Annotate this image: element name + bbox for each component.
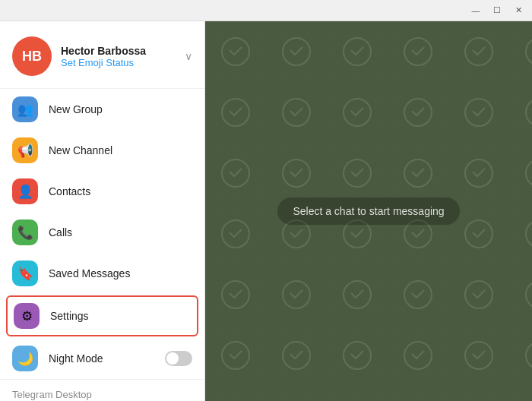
night-mode-icon: 🌙	[12, 346, 38, 371]
settings-icon: ⚙	[14, 303, 40, 329]
new-channel-label: New Channel	[49, 144, 112, 156]
contacts-label: Contacts	[49, 185, 90, 197]
calls-icon: 📞	[12, 219, 38, 245]
profile-info: Hector Barbossa Set Emoji Status	[61, 45, 176, 68]
close-button[interactable]: ✕	[508, 3, 529, 18]
night-mode-label: Night Mode	[49, 352, 103, 365]
new-channel-icon: 📢	[12, 137, 38, 163]
main-container: HB Hector Barbossa Set Emoji Status ∨ 👥 …	[0, 21, 532, 401]
sidebar: HB Hector Barbossa Set Emoji Status ∨ 👥 …	[0, 21, 205, 401]
sidebar-item-calls[interactable]: 📞 Calls	[0, 212, 204, 253]
menu-list: 👥 New Group 📢 New Channel 👤 Contacts 📞 C…	[0, 89, 204, 379]
emoji-status-link[interactable]: Set Emoji Status	[61, 57, 176, 68]
sidebar-item-contacts[interactable]: 👤 Contacts	[0, 171, 204, 212]
saved-messages-icon: 🔖	[12, 260, 38, 286]
titlebar: — ☐ ✕	[0, 0, 532, 21]
sidebar-item-settings[interactable]: ⚙ Settings	[6, 295, 198, 336]
saved-messages-label: Saved Messages	[49, 267, 130, 279]
profile-name: Hector Barbossa	[61, 45, 176, 57]
sidebar-item-new-channel[interactable]: 📢 New Channel	[0, 130, 204, 171]
app-name: Telegram Desktop	[12, 389, 192, 400]
avatar: HB	[12, 36, 52, 76]
sidebar-item-saved-messages[interactable]: 🔖 Saved Messages	[0, 253, 204, 294]
settings-label: Settings	[50, 310, 89, 322]
sidebar-footer: Telegram Desktop version 4.8.1 (64bit)	[0, 379, 204, 401]
sidebar-item-new-group[interactable]: 👥 New Group	[0, 89, 204, 130]
profile-section[interactable]: HB Hector Barbossa Set Emoji Status ∨	[0, 21, 204, 89]
night-mode-toggle[interactable]	[165, 351, 192, 366]
profile-chevron-icon: ∨	[185, 50, 192, 62]
maximize-button[interactable]: ☐	[486, 3, 508, 18]
select-chat-message: Select a chat to start messaging	[277, 197, 459, 225]
contacts-icon: 👤	[12, 178, 38, 204]
minimize-button[interactable]: —	[465, 3, 486, 18]
new-group-label: New Group	[49, 103, 103, 115]
chat-area: Select a chat to start messaging	[205, 21, 532, 401]
calls-label: Calls	[49, 226, 72, 238]
new-group-icon: 👥	[12, 96, 38, 122]
sidebar-item-night-mode[interactable]: 🌙 Night Mode	[0, 338, 204, 379]
